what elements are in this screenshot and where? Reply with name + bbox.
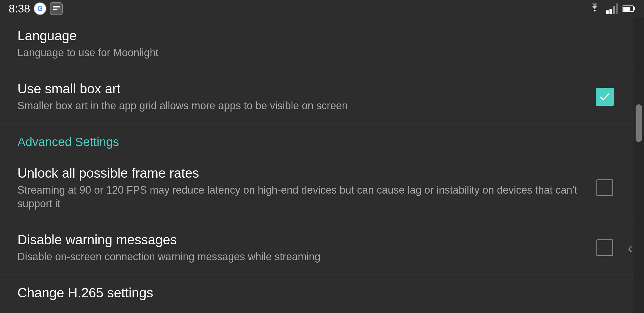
- svg-rect-2: [53, 9, 57, 10]
- disable-warnings-title: Disable warning messages: [17, 232, 577, 248]
- status-bar: 8:38 G: [0, 0, 644, 17]
- h265-text: Change H.265 settings: [17, 285, 615, 303]
- checkbox-unchecked-icon: [596, 179, 613, 196]
- back-button[interactable]: ‹: [628, 240, 632, 256]
- scrollbar-track: [634, 17, 644, 313]
- disable-warnings-checkbox[interactable]: [595, 238, 615, 258]
- svg-rect-6: [616, 3, 618, 14]
- unlock-frame-rates-checkbox[interactable]: [595, 178, 615, 198]
- advanced-settings-label: Advanced Settings: [17, 135, 119, 149]
- svg-rect-8: [623, 7, 630, 11]
- disable-warnings-text: Disable warning messages Disable on-scre…: [17, 232, 595, 264]
- main-content: Language Language to use for Moonlight U…: [0, 17, 644, 313]
- wifi-icon: [588, 3, 602, 14]
- battery-icon: [623, 5, 635, 13]
- app-icon: [50, 2, 63, 15]
- disable-warnings-setting[interactable]: Disable warning messages Disable on-scre…: [0, 221, 644, 274]
- small-box-art-subtitle: Smaller box art in the app grid allows m…: [17, 99, 577, 113]
- status-bar-right: [588, 3, 635, 14]
- h265-setting[interactable]: Change H.265 settings: [0, 274, 644, 313]
- language-setting-text: Language Language to use for Moonlight: [17, 28, 615, 60]
- unlock-frame-rates-setting[interactable]: Unlock all possible frame rates Streamin…: [0, 155, 644, 221]
- svg-rect-9: [634, 7, 635, 10]
- checkbox-unchecked-icon-2: [596, 239, 613, 256]
- disable-warnings-subtitle: Disable on-screen connection warning mes…: [17, 250, 577, 264]
- small-box-art-setting[interactable]: Use small box art Smaller box art in the…: [0, 70, 644, 123]
- svg-rect-4: [609, 9, 612, 14]
- small-box-art-title: Use small box art: [17, 81, 577, 97]
- small-box-art-checkbox[interactable]: [595, 87, 615, 107]
- advanced-settings-header: Advanced Settings: [0, 123, 644, 155]
- checkbox-checked-icon: [596, 88, 614, 106]
- time-display: 8:38: [9, 3, 30, 15]
- h265-title: Change H.265 settings: [17, 285, 598, 301]
- language-title: Language: [17, 28, 598, 44]
- unlock-frame-rates-title: Unlock all possible frame rates: [17, 165, 577, 181]
- status-bar-left: 8:38 G: [9, 2, 63, 15]
- language-setting[interactable]: Language Language to use for Moonlight: [0, 17, 644, 70]
- scrollbar-thumb[interactable]: [636, 104, 642, 142]
- language-subtitle: Language to use for Moonlight: [17, 46, 598, 60]
- signal-icon: [606, 3, 618, 14]
- google-icon: G: [34, 2, 46, 15]
- svg-rect-5: [613, 6, 615, 14]
- unlock-frame-rates-subtitle: Streaming at 90 or 120 FPS may reduce la…: [17, 183, 577, 211]
- svg-rect-3: [606, 10, 609, 14]
- small-box-art-text: Use small box art Smaller box art in the…: [17, 81, 595, 113]
- svg-rect-1: [53, 8, 60, 8]
- unlock-frame-rates-text: Unlock all possible frame rates Streamin…: [17, 165, 595, 211]
- svg-rect-0: [53, 6, 60, 7]
